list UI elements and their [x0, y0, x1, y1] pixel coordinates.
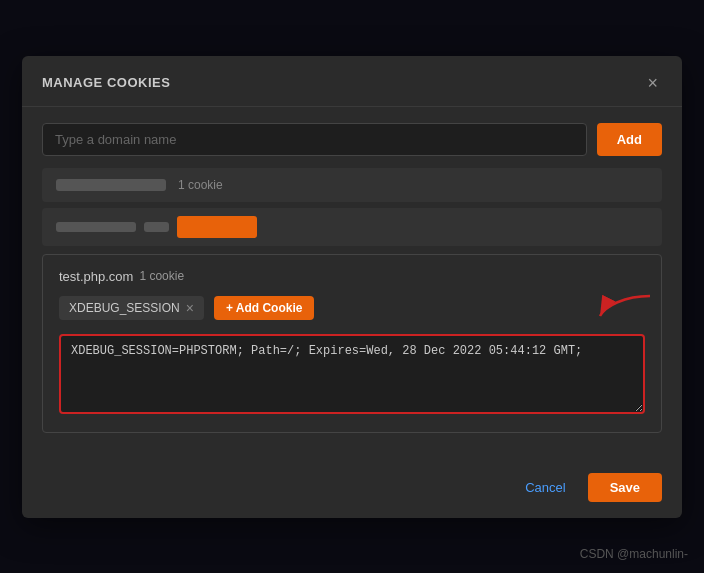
add-domain-button[interactable]: Add: [597, 123, 662, 156]
arrow-svg: [595, 291, 655, 321]
watermark: CSDN @machunlin-: [580, 547, 688, 561]
blurred-cookie-row: [42, 208, 662, 246]
domain-input[interactable]: [42, 123, 587, 156]
blurred-orange-pill: [177, 216, 257, 238]
blurred-domain-name: [56, 179, 166, 191]
modal-header: MANAGE COOKIES ×: [22, 56, 682, 107]
blurred-pill-1: [56, 222, 136, 232]
arrow-indicator: [595, 291, 655, 325]
domain-section-header: test.php.com 1 cookie: [59, 269, 645, 284]
cookie-tags-row: XDEBUG_SESSION × + Add Cookie: [59, 296, 645, 320]
blurred-cookie-count: 1 cookie: [178, 178, 223, 192]
modal-title: MANAGE COOKIES: [42, 75, 170, 90]
blurred-domain-item-1: 1 cookie: [42, 168, 662, 202]
modal-overlay: MANAGE COOKIES × Add 1 cookie: [0, 0, 704, 573]
modal-body: Add 1 cookie test.php.com 1 cookie: [22, 107, 682, 461]
close-button[interactable]: ×: [643, 72, 662, 94]
save-button[interactable]: Save: [588, 473, 662, 502]
add-cookie-button[interactable]: + Add Cookie: [214, 296, 315, 320]
manage-cookies-modal: MANAGE COOKIES × Add 1 cookie: [22, 56, 682, 518]
search-row: Add: [42, 123, 662, 156]
active-domain-name: test.php.com: [59, 269, 133, 284]
cookie-tag-name: XDEBUG_SESSION: [69, 301, 180, 315]
active-cookie-count: 1 cookie: [139, 269, 184, 283]
blurred-pill-2: [144, 222, 169, 232]
cookie-tag-remove[interactable]: ×: [186, 301, 194, 315]
cookie-value-textarea[interactable]: XDEBUG_SESSION=PHPSTORM; Path=/; Expires…: [59, 334, 645, 414]
cookie-tag: XDEBUG_SESSION ×: [59, 296, 204, 320]
modal-footer: Cancel Save: [22, 461, 682, 518]
active-domain-section: test.php.com 1 cookie XDEBUG_SESSION × +…: [42, 254, 662, 433]
cancel-button[interactable]: Cancel: [515, 474, 575, 501]
